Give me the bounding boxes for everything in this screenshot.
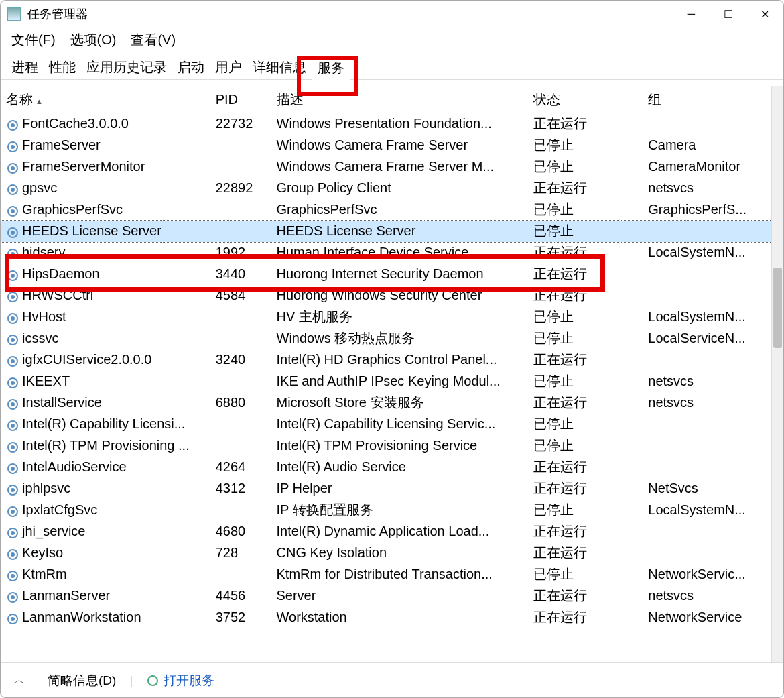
service-name: HvHost [22, 309, 66, 324]
chevron-up-icon[interactable]: ︿ [14, 673, 25, 687]
service-pid: 1992 [210, 242, 271, 264]
service-status: 已停止 [528, 371, 643, 392]
service-group: NetworkServic... [643, 564, 771, 585]
service-pid: 4264 [210, 457, 271, 478]
service-status: 正在运行 [528, 178, 643, 199]
tab-details[interactable]: 详细信息 [247, 56, 312, 79]
service-status: 正在运行 [528, 113, 643, 135]
service-status: 已停止 [528, 156, 643, 178]
maximize-button[interactable]: ☐ [710, 1, 746, 27]
service-desc: Windows Camera Frame Server [271, 135, 528, 156]
open-services-link[interactable]: 打开服务 [146, 672, 214, 689]
table-row[interactable]: FrameServerWindows Camera Frame Server已停… [1, 135, 771, 156]
table-row[interactable]: iphlpsvc4312IP Helper正在运行NetSvcs [1, 478, 771, 500]
col-header-pid[interactable]: PID [210, 86, 271, 113]
service-pid [210, 221, 271, 242]
service-name: jhi_service [22, 524, 85, 538]
table-row[interactable]: jhi_service4680Intel(R) Dynamic Applicat… [1, 521, 771, 542]
table-row[interactable]: Intel(R) TPM Provisioning ...Intel(R) TP… [1, 435, 771, 457]
service-name: LanmanServer [22, 588, 110, 603]
service-group: LocalSystemN... [643, 500, 771, 521]
tab-processes[interactable]: 进程 [6, 56, 44, 79]
task-manager-window: 任务管理器 ─ ☐ ✕ 文件(F) 选项(O) 查看(V) 进程 性能 应用历史… [0, 0, 784, 698]
service-group: NetworkService [643, 607, 771, 628]
service-icon [6, 419, 18, 431]
tab-startup[interactable]: 启动 [172, 56, 210, 79]
services-icon [146, 674, 159, 687]
table-row[interactable]: KeyIso728CNG Key Isolation正在运行 [1, 542, 771, 564]
menu-options[interactable]: 选项(O) [70, 31, 117, 49]
table-row[interactable]: LanmanServer4456Server正在运行netsvcs [1, 585, 771, 607]
table-row[interactable]: GraphicsPerfSvcGraphicsPerfSvc已停止Graphic… [1, 199, 771, 221]
menu-view[interactable]: 查看(V) [131, 31, 176, 49]
table-row[interactable]: HRWSCCtrl4584Huorong Windows Security Ce… [1, 285, 771, 306]
table-row[interactable]: KtmRmKtmRm for Distributed Transaction..… [1, 564, 771, 585]
service-group: netsvcs [643, 178, 771, 199]
col-header-desc[interactable]: 描述 [271, 86, 528, 113]
minimize-button[interactable]: ─ [673, 1, 710, 27]
service-status: 已停止 [528, 199, 643, 221]
table-row[interactable]: FontCache3.0.0.022732Windows Presentatio… [1, 113, 771, 135]
service-icon [6, 462, 18, 474]
menu-file[interactable]: 文件(F) [11, 31, 56, 49]
scroll-thumb[interactable] [773, 268, 782, 348]
table-row[interactable]: IntelAudioService4264Intel(R) Audio Serv… [1, 457, 771, 478]
service-name: IntelAudioService [22, 459, 127, 474]
table-row[interactable]: HEEDS License ServerHEEDS License Server… [1, 221, 771, 242]
service-icon [6, 505, 18, 517]
service-group [643, 113, 771, 135]
close-button[interactable]: ✕ [746, 1, 783, 27]
table-row[interactable]: FrameServerMonitorWindows Camera Frame S… [1, 156, 771, 178]
col-header-name[interactable]: 名称▲ [1, 86, 210, 113]
service-status: 已停止 [528, 221, 643, 242]
table-row[interactable]: IKEEXTIKE and AuthIP IPsec Keying Modul.… [1, 371, 771, 392]
service-icon [6, 569, 18, 581]
service-icon [6, 183, 18, 195]
service-status: 正在运行 [528, 478, 643, 500]
tab-apphistory[interactable]: 应用历史记录 [81, 56, 172, 79]
tab-performance[interactable]: 性能 [44, 56, 81, 79]
titlebar[interactable]: 任务管理器 ─ ☐ ✕ [1, 1, 783, 27]
service-status: 正在运行 [528, 349, 643, 371]
service-desc: Intel(R) Capability Licensing Servic... [271, 414, 528, 435]
table-row[interactable]: HipsDaemon3440Huorong Internet Security … [1, 264, 771, 285]
table-row[interactable]: InstallService6880Microsoft Store 安装服务正在… [1, 392, 771, 414]
service-name: FrameServer [22, 137, 101, 152]
tab-services[interactable]: 服务 [312, 56, 350, 80]
col-header-group[interactable]: 组 [643, 86, 771, 113]
service-icon [6, 398, 18, 410]
service-icon [6, 591, 18, 603]
service-group [643, 221, 771, 242]
fewer-details-link[interactable]: 简略信息(D) [48, 672, 116, 689]
table-row[interactable]: icssvcWindows 移动热点服务已停止LocalServiceN... [1, 328, 771, 349]
service-icon [6, 119, 18, 131]
service-group: NetSvcs [643, 478, 771, 500]
service-pid: 4584 [210, 285, 271, 306]
service-status: 正在运行 [528, 457, 643, 478]
service-group [643, 264, 771, 285]
table-row[interactable]: gpsvc22892Group Policy Client正在运行netsvcs [1, 178, 771, 199]
service-group: CameraMonitor [643, 156, 771, 178]
table-row[interactable]: Intel(R) Capability Licensi...Intel(R) C… [1, 414, 771, 435]
table-row[interactable]: hidserv1992Human Interface Device Servic… [1, 242, 771, 264]
service-icon [6, 312, 18, 324]
service-pid: 3752 [210, 607, 271, 628]
service-icon [6, 140, 18, 152]
service-desc: Workstation [271, 607, 528, 628]
table-row[interactable]: igfxCUIService2.0.0.03240Intel(R) HD Gra… [1, 349, 771, 371]
service-name: icssvc [22, 331, 58, 345]
vertical-scrollbar[interactable] [771, 86, 783, 662]
col-header-status[interactable]: 状态 [528, 86, 643, 113]
table-row[interactable]: LanmanWorkstation3752Workstation正在运行Netw… [1, 607, 771, 628]
service-desc: CNG Key Isolation [271, 542, 528, 564]
table-row[interactable]: HvHostHV 主机服务已停止LocalSystemN... [1, 306, 771, 328]
service-status: 正在运行 [528, 392, 643, 414]
table-row[interactable]: IpxlatCfgSvcIP 转换配置服务已停止LocalSystemN... [1, 500, 771, 521]
service-name: igfxCUIService2.0.0.0 [22, 352, 151, 367]
tab-users[interactable]: 用户 [210, 56, 247, 79]
service-pid: 4456 [210, 585, 271, 607]
service-pid [210, 414, 271, 435]
service-desc: IP Helper [271, 478, 528, 500]
services-table[interactable]: 名称▲ PID 描述 状态 组 FontCache3.0.0.022732Win… [1, 86, 771, 628]
service-status: 正在运行 [528, 285, 643, 306]
